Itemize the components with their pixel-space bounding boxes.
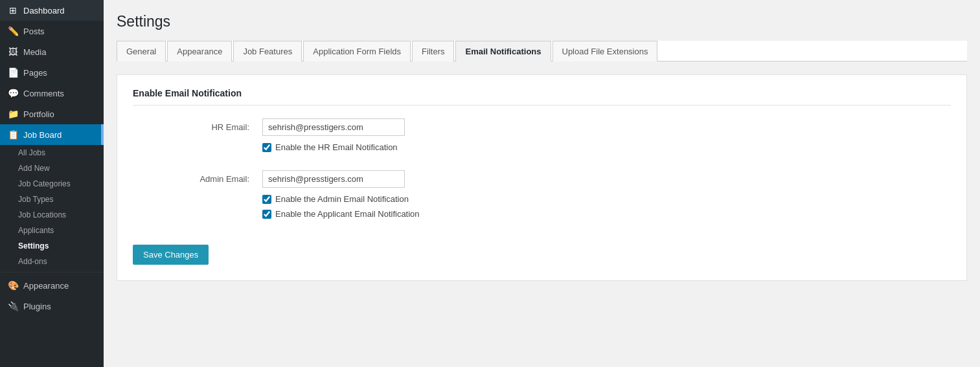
sidebar-item-job-board[interactable]: 📋 Job Board [0,124,104,145]
tab-upload-file-extensions[interactable]: Upload File Extensions [553,41,658,61]
sidebar-item-comments[interactable]: 💬 Comments [0,83,104,104]
admin-email-controls: Enable the Admin Email Notification Enab… [262,170,951,224]
submenu-settings[interactable]: Settings [0,238,104,254]
submenu-applicants[interactable]: Applicants [0,223,104,238]
tab-application-form[interactable]: Application Form Fields [303,41,411,61]
portfolio-icon: 📁 [8,109,18,119]
appearance-icon: 🎨 [8,280,18,291]
hr-email-controls: Enable the HR Email Notification [262,118,951,157]
main-content: Settings General Appearance Job Features… [104,0,980,367]
submenu-job-locations[interactable]: Job Locations [0,207,104,223]
sidebar: ⊞ Dashboard ✏️ Posts 🖼 Media 📄 Pages 💬 C… [0,0,104,367]
tab-email-notifications[interactable]: Email Notifications [455,41,551,61]
sidebar-item-label: Media [23,47,46,57]
job-board-submenu: All Jobs Add New Job Categories Job Type… [0,145,104,269]
submenu-all-jobs[interactable]: All Jobs [0,145,104,161]
tab-filters[interactable]: Filters [412,41,454,61]
sidebar-item-label: Pages [23,68,47,78]
submenu-add-new[interactable]: Add New [0,161,104,176]
section-title: Enable Email Notification [133,88,951,106]
sidebar-item-label: Job Board [23,130,62,140]
dashboard-icon: ⊞ [8,5,18,16]
comments-icon: 💬 [8,88,18,98]
sidebar-item-label: Dashboard [23,6,65,16]
sidebar-item-label: Portfolio [23,109,54,119]
hr-email-label: HR Email: [133,118,262,132]
admin-email-row: Admin Email: Enable the Admin Email Noti… [133,170,951,224]
hr-email-row: HR Email: Enable the HR Email Notificati… [133,118,951,157]
admin-email-label: Admin Email: [133,170,262,184]
hr-email-checkbox[interactable] [262,143,271,152]
tabs-bar: General Appearance Job Features Applicat… [117,41,967,61]
sidebar-item-label: Comments [23,89,64,98]
plugins-icon: 🔌 [8,301,18,311]
admin-email-checkbox[interactable] [262,195,271,204]
sidebar-item-appearance[interactable]: 🎨 Appearance [0,275,104,296]
sidebar-item-media[interactable]: 🖼 Media [0,41,104,62]
applicant-checkbox-row: Enable the Applicant Email Notification [262,209,951,219]
pages-icon: 📄 [8,67,18,78]
admin-email-input[interactable] [262,170,405,188]
tab-general[interactable]: General [117,41,166,61]
save-changes-button[interactable]: Save Changes [133,245,209,265]
hr-checkbox-row: Enable the HR Email Notification [262,142,951,152]
admin-checkbox-row: Enable the Admin Email Notification [262,194,951,204]
sidebar-item-posts[interactable]: ✏️ Posts [0,21,104,41]
sidebar-divider [0,272,104,272]
applicant-email-checkbox-label: Enable the Applicant Email Notification [275,209,420,219]
admin-email-checkbox-label: Enable the Admin Email Notification [275,194,409,204]
sidebar-item-label: Plugins [23,302,51,311]
sidebar-item-label: Posts [23,27,45,36]
submenu-job-types[interactable]: Job Types [0,192,104,207]
tab-job-features[interactable]: Job Features [233,41,302,61]
page-title: Settings [117,13,967,30]
settings-panel: Enable Email Notification HR Email: Enab… [117,74,967,281]
sidebar-item-label: Appearance [23,281,69,291]
sidebar-item-dashboard[interactable]: ⊞ Dashboard [0,0,104,21]
sidebar-item-plugins[interactable]: 🔌 Plugins [0,296,104,317]
job-board-icon: 📋 [8,129,18,140]
applicant-email-checkbox[interactable] [262,210,271,219]
hr-email-input[interactable] [262,118,405,136]
sidebar-item-pages[interactable]: 📄 Pages [0,62,104,83]
submenu-add-ons[interactable]: Add-ons [0,254,104,269]
tab-appearance[interactable]: Appearance [167,41,232,61]
sidebar-item-portfolio[interactable]: 📁 Portfolio [0,104,104,124]
hr-email-checkbox-label: Enable the HR Email Notification [275,142,398,152]
media-icon: 🖼 [8,47,18,57]
submenu-job-categories[interactable]: Job Categories [0,176,104,192]
posts-icon: ✏️ [8,26,18,36]
